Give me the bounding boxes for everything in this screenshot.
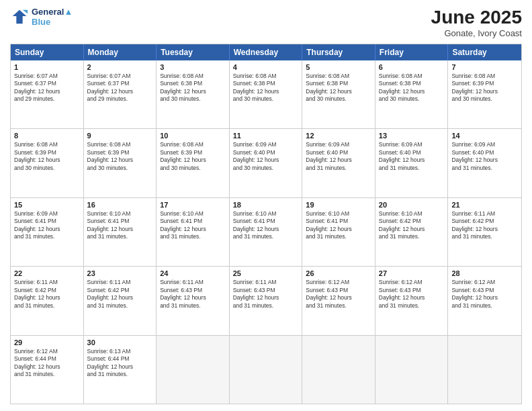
day-info: Sunrise: 6:08 AMSunset: 6:39 PMDaylight:…	[14, 141, 80, 172]
day-cell-14: 14 Sunrise: 6:09 AMSunset: 6:40 PMDaylig…	[448, 129, 521, 197]
day-cell-23: 23 Sunrise: 6:11 AMSunset: 6:42 PMDaylig…	[84, 267, 157, 334]
day-cell-29: 29 Sunrise: 6:12 AMSunset: 6:44 PMDaylig…	[11, 336, 84, 404]
day-info: Sunrise: 6:11 AMSunset: 6:42 PMDaylight:…	[14, 279, 80, 310]
day-number: 18	[233, 201, 299, 209]
page: General▲ Blue June 2025 Gonate, Ivory Co…	[0, 0, 532, 411]
empty-day-cell	[230, 336, 303, 404]
header-sunday: Sunday	[11, 44, 84, 60]
header-tuesday: Tuesday	[157, 44, 230, 60]
day-cell-28: 28 Sunrise: 6:12 AMSunset: 6:43 PMDaylig…	[448, 267, 521, 334]
day-cell-18: 18 Sunrise: 6:10 AMSunset: 6:41 PMDaylig…	[230, 198, 303, 266]
day-cell-6: 6 Sunrise: 6:08 AMSunset: 6:38 PMDayligh…	[375, 60, 449, 128]
day-info: Sunrise: 6:12 AMSunset: 6:43 PMDaylight:…	[379, 279, 445, 310]
day-info: Sunrise: 6:10 AMSunset: 6:41 PMDaylight:…	[233, 210, 299, 241]
day-headers: Sunday Monday Tuesday Wednesday Thursday…	[11, 44, 521, 60]
day-number: 22	[14, 269, 80, 277]
empty-day-cell	[157, 336, 230, 404]
day-info: Sunrise: 6:08 AMSunset: 6:39 PMDaylight:…	[87, 141, 153, 172]
day-info: Sunrise: 6:08 AMSunset: 6:38 PMDaylight:…	[160, 73, 226, 103]
location: Gonate, Ivory Coast	[431, 28, 522, 38]
header-saturday: Saturday	[448, 44, 521, 60]
day-number: 10	[160, 132, 226, 140]
day-cell-16: 16 Sunrise: 6:10 AMSunset: 6:41 PMDaylig…	[84, 198, 157, 266]
week-row-5: 29 Sunrise: 6:12 AMSunset: 6:44 PMDaylig…	[11, 335, 521, 404]
day-number: 8	[14, 132, 80, 140]
day-number: 6	[379, 63, 445, 71]
header-wednesday: Wednesday	[230, 44, 303, 60]
calendar: Sunday Monday Tuesday Wednesday Thursday…	[10, 44, 522, 404]
day-info: Sunrise: 6:10 AMSunset: 6:41 PMDaylight:…	[160, 210, 226, 241]
day-cell-11: 11 Sunrise: 6:09 AMSunset: 6:40 PMDaylig…	[230, 129, 303, 197]
day-info: Sunrise: 6:07 AMSunset: 6:37 PMDaylight:…	[14, 73, 80, 103]
day-cell-5: 5 Sunrise: 6:08 AMSunset: 6:38 PMDayligh…	[302, 60, 375, 128]
day-info: Sunrise: 6:08 AMSunset: 6:39 PMDaylight:…	[451, 73, 518, 103]
day-number: 24	[160, 269, 226, 277]
day-info: Sunrise: 6:07 AMSunset: 6:37 PMDaylight:…	[87, 73, 153, 103]
day-info: Sunrise: 6:09 AMSunset: 6:40 PMDaylight:…	[306, 141, 371, 172]
day-info: Sunrise: 6:08 AMSunset: 6:38 PMDaylight:…	[379, 73, 445, 103]
day-info: Sunrise: 6:11 AMSunset: 6:42 PMDaylight:…	[451, 210, 518, 241]
day-info: Sunrise: 6:08 AMSunset: 6:39 PMDaylight:…	[160, 141, 226, 172]
month-title: June 2025	[431, 7, 522, 28]
day-cell-20: 20 Sunrise: 6:10 AMSunset: 6:42 PMDaylig…	[375, 198, 449, 266]
day-number: 11	[233, 132, 299, 140]
day-cell-2: 2 Sunrise: 6:07 AMSunset: 6:37 PMDayligh…	[84, 60, 157, 128]
day-number: 2	[87, 63, 153, 71]
day-number: 17	[160, 201, 226, 209]
day-number: 1	[14, 63, 80, 71]
week-row-2: 8 Sunrise: 6:08 AMSunset: 6:39 PMDayligh…	[11, 128, 521, 197]
week-row-1: 1 Sunrise: 6:07 AMSunset: 6:37 PMDayligh…	[11, 60, 521, 128]
logo-text: General▲ Blue	[32, 7, 73, 27]
day-number: 28	[451, 269, 518, 277]
empty-day-cell	[302, 336, 375, 404]
day-number: 20	[379, 201, 445, 209]
day-cell-4: 4 Sunrise: 6:08 AMSunset: 6:38 PMDayligh…	[230, 60, 303, 128]
day-info: Sunrise: 6:09 AMSunset: 6:40 PMDaylight:…	[379, 141, 445, 172]
day-cell-21: 21 Sunrise: 6:11 AMSunset: 6:42 PMDaylig…	[448, 198, 521, 266]
day-number: 23	[87, 269, 153, 277]
day-info: Sunrise: 6:09 AMSunset: 6:41 PMDaylight:…	[14, 210, 80, 241]
logo-icon	[10, 7, 29, 26]
day-cell-8: 8 Sunrise: 6:08 AMSunset: 6:39 PMDayligh…	[11, 129, 84, 197]
day-number: 19	[306, 201, 371, 209]
week-row-4: 22 Sunrise: 6:11 AMSunset: 6:42 PMDaylig…	[11, 266, 521, 334]
day-number: 5	[306, 63, 371, 71]
day-cell-1: 1 Sunrise: 6:07 AMSunset: 6:37 PMDayligh…	[11, 60, 84, 128]
day-cell-9: 9 Sunrise: 6:08 AMSunset: 6:39 PMDayligh…	[84, 129, 157, 197]
day-info: Sunrise: 6:11 AMSunset: 6:43 PMDaylight:…	[160, 279, 226, 310]
day-info: Sunrise: 6:10 AMSunset: 6:41 PMDaylight:…	[87, 210, 153, 241]
day-number: 4	[233, 63, 299, 71]
day-cell-13: 13 Sunrise: 6:09 AMSunset: 6:40 PMDaylig…	[375, 129, 449, 197]
day-number: 3	[160, 63, 226, 71]
day-info: Sunrise: 6:12 AMSunset: 6:43 PMDaylight:…	[451, 279, 518, 310]
day-number: 14	[451, 132, 518, 140]
weeks: 1 Sunrise: 6:07 AMSunset: 6:37 PMDayligh…	[11, 60, 521, 404]
header: General▲ Blue June 2025 Gonate, Ivory Co…	[10, 7, 522, 38]
logo: General▲ Blue	[10, 7, 73, 27]
day-info: Sunrise: 6:13 AMSunset: 6:44 PMDaylight:…	[87, 348, 153, 379]
svg-marker-0	[13, 10, 27, 24]
svg-marker-1	[23, 10, 28, 14]
day-cell-25: 25 Sunrise: 6:11 AMSunset: 6:43 PMDaylig…	[230, 267, 303, 334]
day-cell-19: 19 Sunrise: 6:10 AMSunset: 6:41 PMDaylig…	[302, 198, 375, 266]
day-number: 9	[87, 132, 153, 140]
header-thursday: Thursday	[302, 44, 375, 60]
day-cell-12: 12 Sunrise: 6:09 AMSunset: 6:40 PMDaylig…	[302, 129, 375, 197]
day-cell-24: 24 Sunrise: 6:11 AMSunset: 6:43 PMDaylig…	[157, 267, 230, 334]
day-cell-30: 30 Sunrise: 6:13 AMSunset: 6:44 PMDaylig…	[84, 336, 157, 404]
day-info: Sunrise: 6:08 AMSunset: 6:38 PMDaylight:…	[306, 73, 371, 103]
day-info: Sunrise: 6:08 AMSunset: 6:38 PMDaylight:…	[233, 73, 299, 103]
day-cell-27: 27 Sunrise: 6:12 AMSunset: 6:43 PMDaylig…	[375, 267, 449, 334]
day-cell-22: 22 Sunrise: 6:11 AMSunset: 6:42 PMDaylig…	[11, 267, 84, 334]
day-number: 30	[87, 338, 153, 347]
day-cell-26: 26 Sunrise: 6:12 AMSunset: 6:43 PMDaylig…	[302, 267, 375, 334]
day-number: 15	[14, 201, 80, 209]
day-info: Sunrise: 6:09 AMSunset: 6:40 PMDaylight:…	[233, 141, 299, 172]
day-number: 25	[233, 269, 299, 277]
day-cell-17: 17 Sunrise: 6:10 AMSunset: 6:41 PMDaylig…	[157, 198, 230, 266]
day-number: 29	[14, 338, 80, 347]
header-friday: Friday	[375, 44, 449, 60]
week-row-3: 15 Sunrise: 6:09 AMSunset: 6:41 PMDaylig…	[11, 197, 521, 266]
day-info: Sunrise: 6:10 AMSunset: 6:42 PMDaylight:…	[379, 210, 445, 241]
day-info: Sunrise: 6:12 AMSunset: 6:44 PMDaylight:…	[14, 348, 80, 379]
